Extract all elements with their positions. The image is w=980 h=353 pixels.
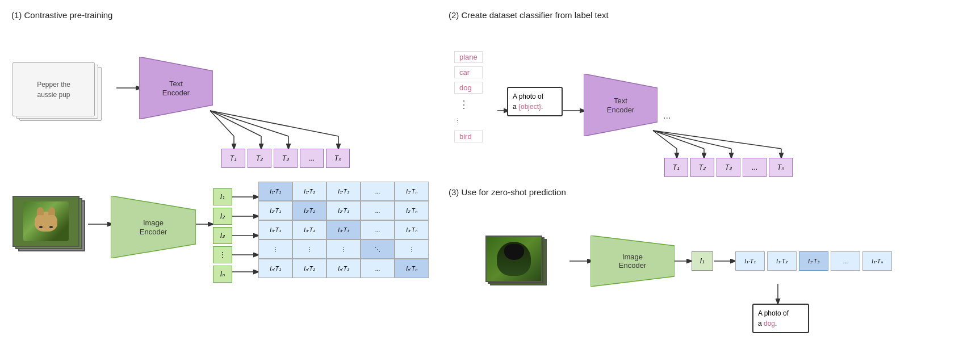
template-object: {object} <box>518 103 541 111</box>
zs-ellipsis: ... <box>831 251 860 271</box>
svg-line-19 <box>653 131 781 149</box>
cell-45: ⋮ <box>395 239 429 259</box>
cell-54: ... <box>361 259 395 278</box>
image-encoder-1-svg: Image Encoder <box>111 196 196 258</box>
cell-24: ... <box>361 201 395 220</box>
image-encoder-2-svg: Image Encoder <box>590 236 675 287</box>
svg-text:Image: Image <box>143 218 164 227</box>
cell-12: I₁·T₂ <box>292 182 326 201</box>
tn-token-2: Tₙ <box>769 158 793 177</box>
diagram: (1) Contrastive pre-training (2) Create … <box>0 0 980 353</box>
cell-55: Iₙ·Tₙ <box>395 259 429 278</box>
in-token: Iₙ <box>213 266 232 283</box>
svg-line-1 <box>210 111 234 136</box>
svg-line-7 <box>210 111 338 136</box>
arrows-svg <box>0 0 980 353</box>
cell-11: I₁·T₁ <box>258 182 292 201</box>
t2-token-2: T₂ <box>690 158 714 177</box>
label-car: car <box>459 68 470 77</box>
t3-token-2: T₃ <box>717 158 740 177</box>
ellipsis-after-encoder2: ... <box>663 111 671 121</box>
i2-token: I₂ <box>213 208 232 225</box>
t1-token-2: T₁ <box>664 158 688 177</box>
matrix-arrows <box>0 0 369 353</box>
svg-line-17 <box>653 131 731 149</box>
tn-token: Tₙ <box>326 149 350 168</box>
zs-tn: I₁·Tₙ <box>862 251 892 271</box>
section-title-2: (2) Create dataset classifier from label… <box>449 10 609 20</box>
label-bird: bird <box>459 132 472 141</box>
t-tokens-row-2: T₁ T₂ T₃ ... Tₙ <box>664 158 793 177</box>
svg-line-5 <box>210 111 288 136</box>
cell-34: ... <box>361 220 395 239</box>
zs-t3-highlight: I₁·T₃ <box>799 251 828 271</box>
cell-22: I₂·T₂ <box>292 201 326 220</box>
label-dog: dog <box>459 83 472 92</box>
i1-token: I₁ <box>213 188 232 205</box>
output-text-2: . <box>775 320 777 327</box>
label-ellipsis: ⋮ <box>454 97 483 112</box>
template-box: A photo ofa {object}. <box>507 87 563 116</box>
svg-text:Encoder: Encoder <box>619 261 647 270</box>
svg-text:Text: Text <box>169 79 183 88</box>
t-tokens-row-1: T₁ T₂ T₃ ... Tₙ <box>221 149 350 168</box>
cell-32: I₃·T₂ <box>292 220 326 239</box>
cell-33: I₃·T₃ <box>326 220 361 239</box>
similarity-matrix: I₁·T₁ I₁·T₂ I₁·T₃ ... I₁·Tₙ I₂·T₁ I₂·T₂ … <box>258 182 429 278</box>
cell-23: I₂·T₃ <box>326 201 361 220</box>
template-text-2: . <box>541 103 543 111</box>
cell-13: I₁·T₃ <box>326 182 361 201</box>
label-list: plane car dog ⋮ ⋮ bird <box>454 51 483 142</box>
cell-35: I₃·Tₙ <box>395 220 429 239</box>
svg-text:Text: Text <box>614 96 627 105</box>
cell-51: Iₙ·T₁ <box>258 259 292 278</box>
stacked-dog-images <box>12 196 89 255</box>
svg-text:Encoder: Encoder <box>607 106 635 114</box>
cell-53: Iₙ·T₃ <box>326 259 361 278</box>
section-title-3: (3) Use for zero-shot prediction <box>449 187 566 197</box>
svg-text:Encoder: Encoder <box>140 228 167 236</box>
label-ellipsis-2: ⋮ <box>454 115 483 127</box>
cell-14: ... <box>361 182 395 201</box>
text-encoder-1-svg: Text Encoder <box>139 57 213 119</box>
cell-42: ⋮ <box>292 239 326 259</box>
cell-44: ⋱ <box>361 239 395 259</box>
i-tokens-column: I₁ I₂ I₃ ⋮ Iₙ <box>213 188 232 283</box>
svg-marker-26 <box>139 57 213 119</box>
t3-token: T₃ <box>274 149 298 168</box>
cell-31: I₃·T₁ <box>258 220 292 239</box>
label-plane: plane <box>459 53 478 61</box>
cell-41: ⋮ <box>258 239 292 259</box>
i3-token: I₃ <box>213 227 232 244</box>
output-box: A photo ofa dog. <box>752 304 809 333</box>
stacked-text-label: Pepper the aussie pup <box>37 79 70 100</box>
stacked-text-papers: Pepper the aussie pup <box>12 62 106 128</box>
dog-image-2 <box>485 236 551 287</box>
cell-21: I₂·T₁ <box>258 201 292 220</box>
svg-marker-29 <box>111 196 196 258</box>
cell-52: Iₙ·T₂ <box>292 259 326 278</box>
zs-t2: I₁·T₂ <box>767 251 797 271</box>
t-ellipsis-2: ... <box>743 158 767 177</box>
output-dog: dog <box>764 320 775 327</box>
text-encoder-2-svg: Text Encoder <box>584 74 657 136</box>
svg-text:Encoder: Encoder <box>162 89 190 97</box>
t1-token: T₁ <box>221 149 245 168</box>
t-ellipsis-token: ... <box>300 149 324 168</box>
section-title-1: (1) Contrastive pre-training <box>11 10 112 20</box>
cell-15: I₁·Tₙ <box>395 182 429 201</box>
svg-line-15 <box>653 131 704 149</box>
i1-box: I₁ <box>692 251 713 271</box>
cell-25: I₂·Tₙ <box>395 201 429 220</box>
svg-text:Image: Image <box>622 253 643 261</box>
t2-token: T₂ <box>248 149 271 168</box>
i-ellipsis-token: ⋮ <box>213 246 232 263</box>
cell-43: ⋮ <box>326 239 361 259</box>
svg-line-3 <box>210 111 261 136</box>
zs-t1: I₁·T₁ <box>735 251 765 271</box>
svg-marker-38 <box>584 74 657 136</box>
zero-shot-tokens: I₁·T₁ I₁·T₂ I₁·T₃ ... I₁·Tₙ <box>735 251 892 271</box>
